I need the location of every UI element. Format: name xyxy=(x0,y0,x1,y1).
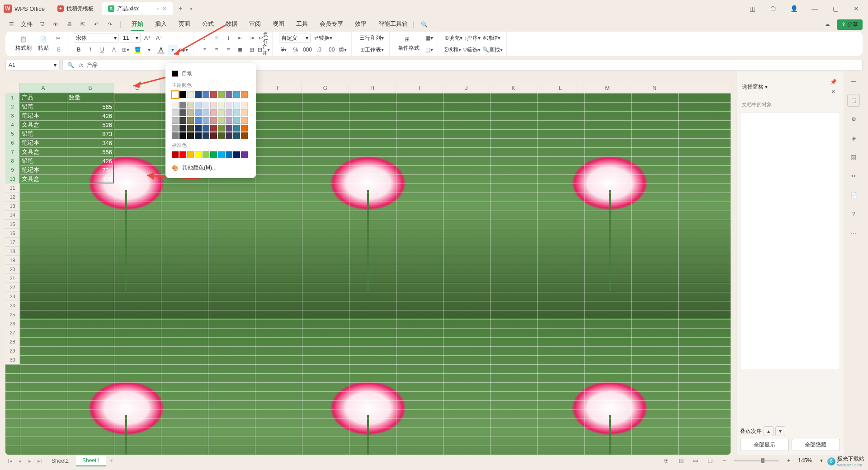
worksheet-button[interactable]: ⊞工作表▾ xyxy=(358,45,386,55)
color-swatch[interactable] xyxy=(172,151,179,158)
bold-button[interactable]: B xyxy=(74,45,84,55)
col-header-F[interactable]: F xyxy=(255,83,302,93)
col-header-G[interactable]: G xyxy=(302,83,349,93)
cell-A10[interactable]: 文具盒 xyxy=(20,174,67,183)
color-swatch[interactable] xyxy=(172,125,179,132)
currency-icon[interactable]: ¥▾ xyxy=(279,45,289,55)
undo-icon[interactable]: ↶ xyxy=(90,19,102,30)
color-swatch[interactable] xyxy=(179,117,186,124)
row-header-5[interactable]: 5 xyxy=(5,129,20,138)
color-swatch[interactable] xyxy=(233,109,240,116)
fill-color-dropdown[interactable]: ▾ xyxy=(144,45,154,55)
percent-icon[interactable]: % xyxy=(291,45,301,55)
collapse-panel-icon[interactable]: — xyxy=(847,75,860,88)
row-header-2[interactable]: 2 xyxy=(5,102,20,111)
color-swatch[interactable] xyxy=(210,109,217,116)
cell-A2[interactable]: 铅笔 xyxy=(20,102,67,111)
next-sheet-icon[interactable]: ▸ xyxy=(25,456,34,465)
color-swatch[interactable] xyxy=(210,132,217,139)
color-swatch[interactable] xyxy=(226,151,232,158)
color-swatch[interactable] xyxy=(187,102,194,108)
formula-input[interactable]: 产品 xyxy=(87,61,98,69)
cloud-icon[interactable]: ☁ xyxy=(821,19,833,30)
col-header-C[interactable]: C xyxy=(114,83,161,93)
cell-A1[interactable]: 产品 xyxy=(20,93,67,102)
italic-button[interactable]: I xyxy=(85,45,95,55)
print-preview-icon[interactable]: 👁 xyxy=(50,19,61,30)
table-style-icon[interactable]: ▦▾ xyxy=(424,33,434,43)
color-swatch[interactable] xyxy=(172,132,179,139)
color-swatch[interactable] xyxy=(195,109,202,116)
layers-icon[interactable]: ◈ xyxy=(847,132,860,145)
color-swatch[interactable] xyxy=(187,125,194,132)
col-header-L[interactable]: L xyxy=(537,83,584,93)
color-swatch[interactable] xyxy=(218,102,225,108)
zoom-level[interactable]: 145% xyxy=(798,457,812,464)
menu-icon[interactable]: ☰ xyxy=(5,19,17,30)
view-page-icon[interactable]: ▤ xyxy=(676,456,686,465)
color-swatch[interactable] xyxy=(195,132,202,139)
move-up-icon[interactable]: ▴ xyxy=(764,426,774,436)
color-swatch[interactable] xyxy=(241,91,248,98)
color-swatch[interactable] xyxy=(203,109,209,116)
menu-tab-review[interactable]: 审阅 xyxy=(248,18,262,31)
color-swatch[interactable] xyxy=(218,151,225,158)
row-header-22[interactable]: 22 xyxy=(5,283,20,292)
col-header-J[interactable]: J xyxy=(443,83,490,93)
help-icon[interactable]: ? xyxy=(847,208,860,221)
fill-color-button[interactable]: 🪣 xyxy=(132,45,142,55)
name-box[interactable]: A1▾ xyxy=(5,60,60,70)
color-swatch[interactable] xyxy=(233,132,240,139)
row-header-29[interactable]: 29 xyxy=(5,346,20,355)
row-header-27[interactable]: 27 xyxy=(5,328,20,337)
font-color-button[interactable]: A xyxy=(156,45,166,55)
color-swatch[interactable] xyxy=(241,151,248,158)
merge-button[interactable]: ⊟合并▾ xyxy=(259,45,269,55)
color-swatch[interactable] xyxy=(226,132,232,139)
justify-icon[interactable]: ≣ xyxy=(235,45,245,55)
convert-button[interactable]: ⇄转换▾ xyxy=(312,33,334,43)
fx-label[interactable]: fx xyxy=(79,62,83,68)
row-header-19[interactable]: 19 xyxy=(5,256,20,265)
row-header-8[interactable]: 8 xyxy=(5,156,20,165)
color-swatch[interactable] xyxy=(179,132,186,139)
menu-tab-formula[interactable]: 公式 xyxy=(201,18,215,31)
hide-all-button[interactable]: 全部隐藏 xyxy=(792,439,840,451)
color-swatch[interactable] xyxy=(172,91,179,98)
color-swatch[interactable] xyxy=(179,151,186,158)
color-swatch[interactable] xyxy=(187,117,194,124)
col-header-B[interactable]: B xyxy=(67,83,114,93)
align-middle-icon[interactable]: ≡ xyxy=(212,33,222,43)
color-swatch[interactable] xyxy=(203,151,209,158)
search-icon[interactable]: 🔍 xyxy=(418,19,430,30)
zoom-slider[interactable] xyxy=(734,460,779,461)
col-header-A[interactable]: A xyxy=(20,83,67,93)
row-header-6[interactable]: 6 xyxy=(5,138,20,147)
color-swatch[interactable] xyxy=(172,117,179,124)
wrap-button[interactable]: ↩换行 xyxy=(259,33,269,43)
tab-document[interactable]: S产品.xlsx▫✕ xyxy=(102,2,173,15)
row-header-21[interactable]: 21 xyxy=(5,274,20,283)
cell-A3[interactable]: 笔记本 xyxy=(20,111,67,120)
color-swatch[interactable] xyxy=(179,91,186,98)
menu-tab-member[interactable]: 会员专享 xyxy=(319,18,344,31)
menu-tab-start[interactable]: 开始 xyxy=(131,18,144,31)
row-header-13[interactable]: 13 xyxy=(5,202,20,211)
increase-decimal-icon[interactable]: .00 xyxy=(326,45,336,55)
align-center-icon[interactable]: ≡ xyxy=(212,45,222,55)
color-swatch[interactable] xyxy=(210,117,217,124)
layout-icon[interactable]: ◫ xyxy=(744,2,760,15)
color-swatch[interactable] xyxy=(179,102,186,108)
color-swatch[interactable] xyxy=(218,125,225,132)
cell-B10[interactable]: 426 xyxy=(67,174,114,183)
strike-button[interactable]: A xyxy=(109,45,119,55)
font-select[interactable]: 宋体▾ xyxy=(74,33,119,43)
avatar-icon[interactable]: 👤 xyxy=(786,2,802,15)
color-swatch[interactable] xyxy=(233,125,240,132)
color-swatch[interactable] xyxy=(241,109,248,116)
save-icon[interactable]: 🖫 xyxy=(36,19,48,30)
auto-color-option[interactable]: 自动 xyxy=(169,67,252,80)
crop-icon[interactable]: ✂ xyxy=(847,170,860,183)
clear-format-icon[interactable]: ◈▾ xyxy=(179,45,189,55)
align-left-icon[interactable]: ≡ xyxy=(200,45,210,55)
